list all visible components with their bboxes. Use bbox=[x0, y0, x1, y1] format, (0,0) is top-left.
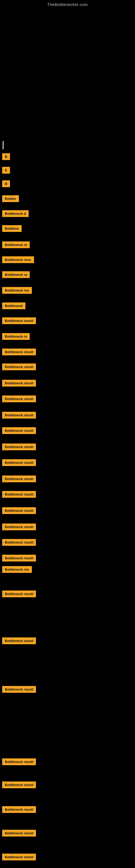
result-item-18: Bottleneck result bbox=[0, 412, 36, 418]
result-tag: Bottleneck result bbox=[2, 830, 36, 837]
result-item-26: Bottleneck result bbox=[0, 539, 36, 546]
result-tag: Bottleneck result bbox=[2, 539, 36, 546]
result-item-25: Bottleneck result bbox=[0, 524, 36, 530]
result-tag: Bottleneck result bbox=[2, 317, 36, 324]
result-tag: Bottlene bbox=[2, 225, 21, 232]
result-item-32: Bottleneck result bbox=[0, 758, 36, 765]
site-title: TheBottlenecker.com bbox=[0, 0, 135, 8]
result-tag: Bottleneck result bbox=[2, 364, 36, 370]
result-item-28: Bottleneck res bbox=[0, 566, 32, 573]
result-tag: Bottleneck result bbox=[2, 590, 36, 597]
result-tag: Bottleneck result bbox=[2, 781, 36, 788]
result-tag: Bottleneck ra bbox=[2, 271, 30, 278]
result-tag: Bottleneck result bbox=[2, 758, 36, 765]
result-item-29: Bottleneck result bbox=[0, 590, 36, 597]
result-tag: Bottleneck result bbox=[2, 555, 36, 561]
result-tag: E bbox=[2, 167, 10, 174]
result-tag: Bottleneck result bbox=[2, 806, 36, 813]
result-item-10: Bottleneck res bbox=[0, 287, 32, 294]
result-item-13: Bottleneck re bbox=[0, 333, 30, 340]
result-item-20: Bottleneck result bbox=[0, 443, 36, 450]
result-tag: B bbox=[2, 180, 10, 187]
result-tag: Bottleneck result bbox=[2, 854, 36, 860]
result-tag: Bottleneck res bbox=[2, 566, 32, 573]
result-tag: Bottleneck res bbox=[2, 287, 32, 294]
result-tag: Bottleneck resu bbox=[2, 256, 34, 263]
result-tag: Bottleneck result bbox=[2, 491, 36, 498]
result-item-12: Bottleneck result bbox=[0, 317, 36, 324]
result-tag: Bottleneck result bbox=[2, 443, 36, 450]
result-tag: Bottleneck re bbox=[2, 241, 30, 248]
result-tag: B bbox=[2, 153, 10, 160]
result-item-24: Bottleneck result bbox=[0, 507, 36, 514]
result-item-4: Bottler bbox=[0, 195, 19, 202]
result-item-6: Bottlene bbox=[0, 225, 21, 232]
result-item-7: Bottleneck re bbox=[0, 241, 30, 248]
result-tag: Bottleneck result bbox=[2, 524, 36, 530]
result-item-8: Bottleneck resu bbox=[0, 256, 34, 263]
result-tag: Bottleneck result bbox=[2, 475, 36, 482]
result-tag: Bottleneck result bbox=[2, 459, 36, 466]
result-item-22: Bottleneck result bbox=[0, 475, 36, 482]
result-item-14: Bottleneck result bbox=[0, 348, 36, 355]
result-tag: Bottleneck re bbox=[2, 333, 30, 340]
result-tag: Bottleneck result bbox=[2, 396, 36, 402]
result-item-21: Bottleneck result bbox=[0, 459, 36, 466]
result-item-19: Bottleneck result bbox=[0, 427, 36, 434]
result-item-23: Bottleneck result bbox=[0, 491, 36, 498]
result-tag: Bottler bbox=[2, 195, 19, 202]
result-item-30: Bottleneck result bbox=[0, 638, 36, 644]
result-tag: Bottleneck result bbox=[2, 427, 36, 434]
result-item-35: Bottleneck result bbox=[0, 830, 36, 837]
result-item-16: Bottleneck result bbox=[0, 380, 36, 386]
result-tag: Bottleneck result bbox=[2, 412, 36, 418]
result-tag: Bottleneck bbox=[2, 303, 26, 309]
result-item-17: Bottleneck result bbox=[0, 396, 36, 402]
result-item-27: Bottleneck result bbox=[0, 555, 36, 561]
main-chart-area bbox=[0, 8, 135, 146]
result-item-34: Bottleneck result bbox=[0, 806, 36, 813]
result-tag: Bottleneck result bbox=[2, 348, 36, 355]
result-item-11: Bottleneck bbox=[0, 303, 26, 309]
result-item-31: Bottleneck result bbox=[0, 686, 36, 693]
cursor-indicator bbox=[3, 141, 3, 149]
result-tag: Bottleneck result bbox=[2, 380, 36, 386]
result-item-2: E bbox=[0, 167, 10, 174]
result-item-1: B bbox=[0, 153, 10, 160]
result-item-33: Bottleneck result bbox=[0, 781, 36, 788]
result-item-36: Bottleneck result bbox=[0, 854, 36, 860]
result-item-3: B bbox=[0, 180, 10, 187]
result-tag: Bottleneck d bbox=[2, 210, 29, 217]
result-tag: Bottleneck result bbox=[2, 507, 36, 514]
result-item-15: Bottleneck result bbox=[0, 364, 36, 370]
result-item-5: Bottleneck d bbox=[0, 210, 29, 217]
result-tag: Bottleneck result bbox=[2, 638, 36, 644]
result-item-9: Bottleneck ra bbox=[0, 271, 30, 278]
result-tag: Bottleneck result bbox=[2, 686, 36, 693]
